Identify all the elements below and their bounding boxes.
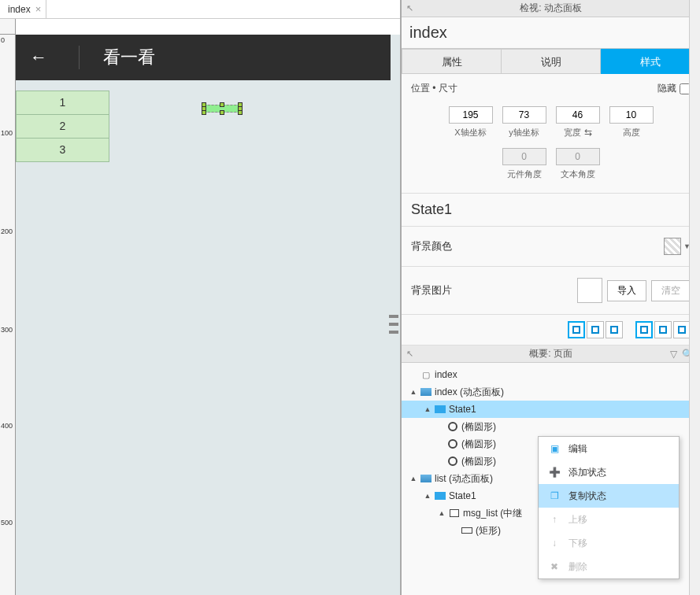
tree-label: index (动态面板) <box>435 386 504 399</box>
edit-icon: ▣ <box>548 442 561 455</box>
ruler-tick: 500 <box>1 519 13 527</box>
height-input[interactable] <box>609 106 654 124</box>
pos-size-label: 位置 • 尺寸 <box>411 82 457 95</box>
resize-handle[interactable] <box>220 102 224 107</box>
resize-handle[interactable] <box>202 110 206 115</box>
x-label: X轴坐标 <box>454 127 486 139</box>
ruler-tick: 300 <box>1 326 13 334</box>
ctx-copy-state[interactable]: ❐ 复制状态 <box>539 484 679 508</box>
list-item[interactable]: 2 <box>16 114 109 139</box>
ctx-move-up: ↑ 上移 <box>539 508 679 531</box>
close-icon[interactable]: × <box>35 3 42 15</box>
tree-label: index <box>435 369 457 380</box>
tree-row-ellipse[interactable]: (椭圆形) <box>402 418 700 435</box>
ruler-corner <box>0 19 16 35</box>
canvas-panel: index × 0 100 200 300 0 100 200 300 400 … <box>0 0 401 595</box>
tree-label: (椭圆形) <box>461 438 496 451</box>
page-tab-bar: index × <box>0 0 400 19</box>
page-icon: ▢ <box>420 369 431 380</box>
align-btn[interactable] <box>568 321 585 338</box>
property-tabs: 属性 说明 样式 <box>402 49 700 74</box>
tab-label: index <box>8 4 31 15</box>
x-input[interactable] <box>449 106 493 124</box>
list-item[interactable]: 3 <box>16 138 109 162</box>
tree-row-page[interactable]: ▢ index <box>402 366 700 383</box>
tree-label: msg_list (中继 <box>463 507 522 520</box>
state-icon <box>435 405 446 413</box>
align-buttons <box>402 315 700 346</box>
y-input[interactable] <box>502 106 546 124</box>
clear-button: 清空 <box>651 280 691 301</box>
tree-row-state[interactable]: ▲ State1 <box>402 401 700 418</box>
collapse-arrow-icon[interactable]: ↖ <box>406 3 413 13</box>
bg-color-picker[interactable]: ▼ <box>664 238 691 255</box>
color-swatch-icon <box>664 238 681 255</box>
selected-dynamic-panel[interactable] <box>204 105 240 113</box>
section-bg-image: 背景图片 导入 清空 <box>402 267 700 315</box>
width-input[interactable] <box>556 106 600 124</box>
tree-label: State1 <box>449 404 476 415</box>
txt-angle-label: 文本角度 <box>561 168 595 180</box>
text-angle-input <box>556 148 600 165</box>
tree-label: (椭圆形) <box>461 455 496 468</box>
collapse-arrow-icon[interactable]: ↖ <box>406 349 413 359</box>
h-label: 高度 <box>623 127 640 139</box>
ellipse-icon <box>448 422 457 431</box>
bg-color-label: 背景颜色 <box>411 239 452 253</box>
tab-style[interactable]: 样式 <box>601 49 700 74</box>
dynamic-panel-icon <box>420 388 431 396</box>
tree-row-panel[interactable]: ▲ index (动态面板) <box>402 383 700 401</box>
bg-image-label: 背景图片 <box>411 283 452 298</box>
mockup-title[interactable]: 看一看 <box>79 46 155 69</box>
ctx-label: 下移 <box>569 537 587 550</box>
mockup-header[interactable]: ← 看一看 <box>16 35 391 80</box>
ctx-move-down: ↓ 下移 <box>539 531 679 555</box>
canvas-wrap: 0 100 200 300 400 500 ← 看一看 1 2 3 <box>0 35 400 595</box>
mockup-list[interactable]: 1 2 3 <box>16 91 109 162</box>
section-bg-color: 背景颜色 ▼ <box>402 227 700 267</box>
ruler-tick: 400 <box>1 422 13 430</box>
align-btn[interactable] <box>587 321 604 338</box>
selected-name[interactable]: index <box>402 17 700 49</box>
ctx-label: 编辑 <box>569 442 587 456</box>
ruler-tick: 200 <box>1 227 13 235</box>
bg-image-preview <box>577 278 602 303</box>
list-item[interactable]: 1 <box>16 91 109 115</box>
tab-notes[interactable]: 说明 <box>502 49 601 74</box>
align-btn[interactable] <box>654 321 672 338</box>
align-btn[interactable] <box>606 321 623 338</box>
y-label: y轴坐标 <box>509 127 539 139</box>
outline-header-title: 概要: 页面 <box>529 347 572 360</box>
ctx-add-state[interactable]: ➕ 添加状态 <box>539 460 679 484</box>
right-gutter <box>689 0 700 595</box>
ctx-label: 上移 <box>569 513 587 527</box>
ctx-edit[interactable]: ▣ 编辑 <box>539 437 679 460</box>
page-tab-index[interactable]: index × <box>0 0 46 18</box>
design-canvas[interactable]: ← 看一看 1 2 3 <box>16 35 400 595</box>
section-position-size: 位置 • 尺寸 隐藏 X轴坐标 y轴坐标 宽度⇆ 高度 <box>402 74 700 194</box>
resize-handle[interactable] <box>238 110 243 115</box>
tree-label: State1 <box>449 490 476 501</box>
ruler-row: 0 100 200 300 <box>0 19 400 35</box>
align-btn[interactable] <box>673 321 691 338</box>
lock-aspect-icon: ⇆ <box>584 127 592 138</box>
dynamic-panel-icon <box>420 475 431 482</box>
ruler-tick: 0 <box>1 36 5 44</box>
ellipse-icon <box>448 439 457 449</box>
hide-label: 隐藏 <box>657 82 676 95</box>
tree-label: (矩形) <box>476 524 501 538</box>
inspector-header: ↖ 检视: 动态面板 <box>402 0 700 17</box>
import-button[interactable]: 导入 <box>607 280 646 301</box>
align-btn[interactable] <box>635 321 653 338</box>
outline-header: ↖ 概要: 页面 ▽🔍 <box>402 346 700 363</box>
ctx-label: 删除 <box>569 560 587 574</box>
ruler-vertical[interactable]: 0 100 200 300 400 500 <box>0 35 16 595</box>
rect-icon <box>461 527 472 534</box>
ctx-label: 添加状态 <box>569 466 606 479</box>
resize-handle[interactable] <box>220 110 224 115</box>
state-icon <box>435 492 446 500</box>
repeater-icon <box>450 509 459 517</box>
down-icon: ↓ <box>548 537 561 549</box>
tab-properties[interactable]: 属性 <box>402 49 502 74</box>
back-arrow-icon[interactable]: ← <box>30 47 47 68</box>
